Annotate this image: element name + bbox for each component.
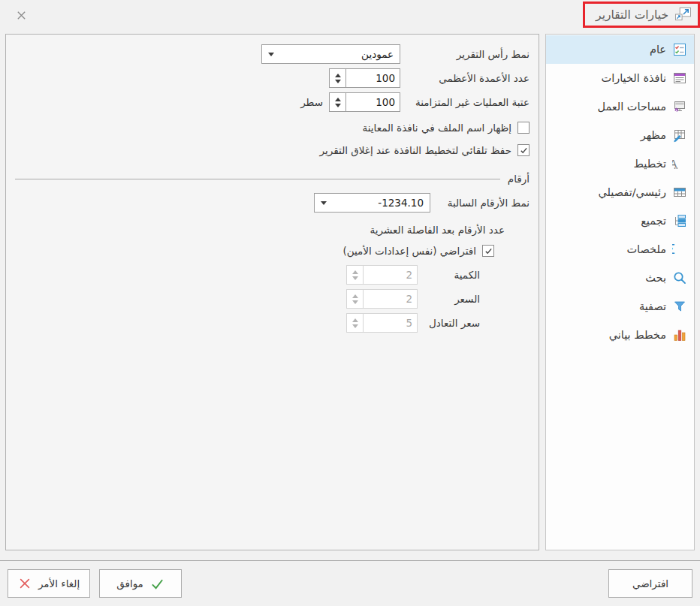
category-sidebar: عام نافذة الخيارات	[545, 34, 695, 550]
sidebar-item-label: نافذة الخيارات	[602, 72, 666, 84]
sidebar-item-grouping[interactable]: تجميع	[546, 207, 694, 235]
footer-action-buttons: إلغاء الأمر موافق	[8, 569, 182, 598]
ok-button-label: موافق	[116, 577, 143, 589]
cancel-button-label: إلغاء الأمر	[38, 577, 80, 589]
price-spinner: 2	[346, 289, 418, 309]
spinner-value: 5	[363, 314, 417, 332]
settings-panel: نمط رأس التقرير عمودين عدد الأعمدة الأعظ…	[5, 34, 539, 550]
default-button[interactable]: افتراضي	[608, 569, 692, 598]
quantity-row: الكمية 2	[15, 265, 530, 285]
numbers-group-title: أرقام	[508, 173, 530, 185]
sidebar-item-filter[interactable]: تصفية	[546, 292, 694, 321]
breakeven-label: سعر التعادل	[424, 317, 480, 329]
cancel-x-icon	[18, 577, 32, 590]
sidebar-item-appearance[interactable]: مظهر	[546, 121, 694, 149]
dialog-header: خيارات التقارير	[0, 0, 700, 34]
appearance-icon	[672, 128, 687, 143]
price-row: السعر 2	[15, 289, 530, 309]
sidebar-item-label: تجميع	[641, 215, 666, 227]
cancel-button[interactable]: إلغاء الأمر	[8, 569, 90, 598]
sidebar-item-options-window[interactable]: نافذة الخيارات	[546, 64, 694, 92]
breakeven-row: سعر التعادل 5	[15, 313, 530, 333]
title-annotation-box: خيارات التقارير	[583, 2, 700, 28]
sidebar-item-label: تصفية	[639, 300, 666, 312]
select-value: -1234.10	[333, 197, 430, 209]
max-columns-label: عدد الأعمدة الأعظمي	[406, 72, 530, 84]
async-threshold-unit: سطر	[300, 96, 323, 108]
spinner-arrows[interactable]	[330, 93, 345, 111]
select-value: عمودين	[280, 48, 400, 60]
dialog-body: عام نافذة الخيارات	[0, 34, 700, 550]
sidebar-item-chart[interactable]: مخطط بياني	[546, 321, 694, 349]
chevron-down-icon	[315, 201, 333, 205]
close-button[interactable]	[14, 8, 28, 22]
show-filename-row: إظهار اسم الملف في نافذة المعاينة	[15, 119, 530, 136]
sidebar-item-search[interactable]: بحث	[546, 264, 694, 292]
options-window-icon	[672, 71, 687, 86]
max-columns-spinner[interactable]: 100	[329, 68, 400, 88]
autosave-layout-checkbox[interactable]	[517, 144, 530, 156]
ok-button[interactable]: موافق	[99, 569, 182, 598]
sidebar-item-workspaces[interactable]: مساحات العمل	[546, 92, 694, 121]
sidebar-item-master-detail[interactable]: رئيسي/تفصيلي	[546, 178, 694, 207]
sidebar-item-general[interactable]: عام	[546, 35, 694, 64]
show-filename-label: إظهار اسم الملف في نافذة المعاينة	[362, 122, 511, 134]
bar-chart-icon	[672, 327, 687, 342]
report-options-icon	[674, 7, 692, 23]
autosave-layout-label: حفظ تلقائي لتخطيط النافذة عند إغلاق التق…	[320, 144, 511, 156]
filter-icon	[672, 299, 687, 314]
sidebar-item-label: مخطط بياني	[609, 329, 666, 341]
report-options-dialog: خيارات التقارير عام	[0, 0, 700, 606]
spinner-value: 100	[345, 93, 400, 111]
async-threshold-spinner[interactable]: 100	[329, 92, 400, 112]
default-decimals-label: افتراضي (نفس إعدادات الأمين)	[342, 245, 476, 257]
check-icon	[484, 247, 493, 255]
sidebar-item-label: مساحات العمل	[597, 101, 666, 113]
spinner-value: 2	[363, 266, 417, 284]
negative-style-label: نمط الأرقام السالبة	[436, 197, 530, 209]
negative-style-select[interactable]: -1234.10	[314, 193, 430, 213]
summaries-sigma-icon: Σ	[672, 242, 687, 257]
report-header-style-select[interactable]: عمودين	[261, 44, 400, 64]
spinner-arrows	[347, 266, 363, 284]
spinner-arrows[interactable]	[330, 69, 345, 87]
workspaces-icon	[672, 99, 687, 114]
group-divider-line	[15, 179, 500, 179]
default-decimals-row: افتراضي (نفس إعدادات الأمين)	[15, 243, 530, 259]
sidebar-item-label: مظهر	[641, 129, 666, 141]
chevron-down-icon	[262, 53, 280, 56]
decimals-section-row: عدد الأرقام بعد الفاصلة العشرية	[15, 222, 530, 238]
sidebar-item-layout[interactable]: A تخطيط	[546, 149, 694, 178]
ok-check-icon	[150, 577, 164, 591]
layout-font-icon: A	[672, 156, 687, 171]
sidebar-item-label: ملخصات	[626, 243, 666, 255]
svg-text:Σ: Σ	[672, 242, 675, 257]
spinner-arrows	[347, 314, 363, 332]
spinner-value: 100	[345, 69, 400, 87]
breakeven-spinner: 5	[346, 313, 418, 333]
sidebar-item-label: بحث	[645, 272, 666, 284]
spinner-value: 2	[363, 290, 417, 308]
default-decimals-checkbox[interactable]	[482, 245, 494, 257]
sidebar-item-summaries[interactable]: Σ ملخصات	[546, 235, 694, 264]
max-columns-row: عدد الأعمدة الأعظمي 100	[15, 68, 530, 88]
negative-style-row: نمط الأرقام السالبة -1234.10	[15, 193, 530, 213]
price-label: السعر	[424, 293, 480, 305]
master-detail-icon	[672, 185, 687, 200]
search-icon	[672, 270, 687, 285]
async-threshold-row: عتبة العمليات غير المتزامنة 100 سطر	[15, 92, 530, 112]
dialog-title: خيارات التقارير	[596, 8, 668, 22]
quantity-label: الكمية	[424, 269, 480, 281]
sidebar-item-label: رئيسي/تفصيلي	[598, 186, 666, 198]
dialog-footer: افتراضي إلغاء الأمر موافق	[0, 561, 700, 606]
autosave-layout-row: حفظ تلقائي لتخطيط النافذة عند إغلاق التق…	[15, 142, 530, 158]
close-icon	[16, 10, 27, 21]
check-icon	[520, 146, 528, 155]
async-threshold-label: عتبة العمليات غير المتزامنة	[406, 96, 530, 108]
show-filename-checkbox[interactable]	[517, 122, 530, 134]
spinner-arrows	[347, 290, 363, 308]
general-checklist-icon	[672, 42, 687, 57]
report-header-style-label: نمط رأس التقرير	[406, 48, 530, 60]
report-header-style-row: نمط رأس التقرير عمودين	[15, 44, 530, 64]
numbers-group-header: أرقام	[15, 170, 530, 187]
